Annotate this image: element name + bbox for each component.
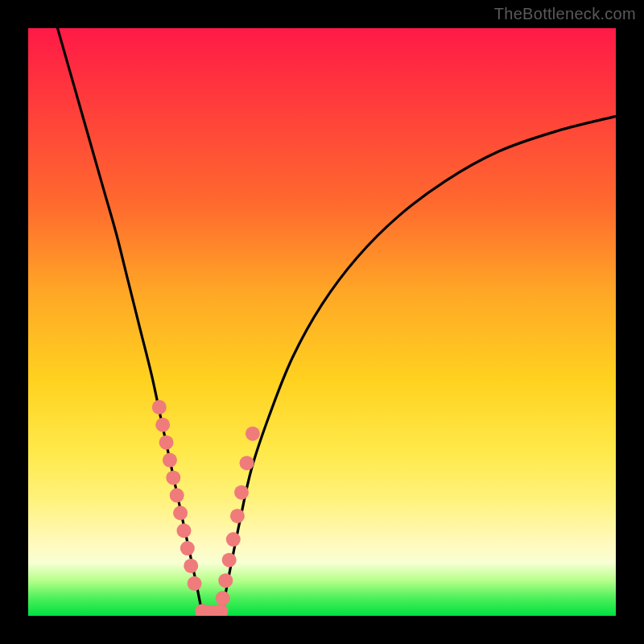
chart-container: TheBottleneck.com <box>0 0 644 644</box>
data-dot <box>163 453 177 468</box>
data-dot <box>226 532 241 547</box>
data-dot <box>173 506 188 520</box>
data-dot <box>152 400 167 415</box>
data-dot <box>180 541 195 555</box>
data-dot <box>166 470 180 485</box>
chart-svg <box>28 28 616 616</box>
data-dot <box>222 553 237 568</box>
data-dot <box>246 427 260 441</box>
data-dot <box>184 559 198 573</box>
data-dot <box>176 523 191 538</box>
data-dot <box>218 573 233 588</box>
curve-right-branch <box>221 117 616 617</box>
data-dot <box>159 436 174 450</box>
data-dot <box>240 456 254 470</box>
watermark-label: TheBottleneck.com <box>494 5 636 23</box>
data-dot <box>216 591 230 605</box>
data-dot <box>170 488 184 502</box>
data-dot <box>234 485 249 500</box>
data-dot <box>188 576 202 591</box>
data-dot <box>230 509 245 523</box>
data-dot <box>155 418 170 432</box>
plot-area <box>28 28 616 616</box>
